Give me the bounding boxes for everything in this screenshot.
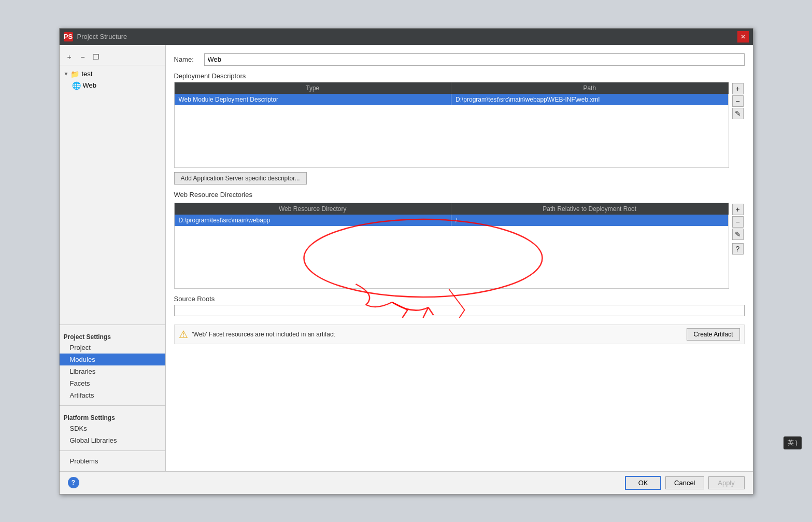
add-descriptor-button[interactable]: Add Application Server specific descript… bbox=[174, 172, 307, 185]
language-badge: 英 ) bbox=[783, 436, 802, 449]
web-resource-remove-btn[interactable]: − bbox=[732, 216, 744, 228]
add-button[interactable]: + bbox=[64, 51, 75, 63]
platform-settings-header: Platform Settings bbox=[60, 410, 165, 422]
sidebar-item-sdks[interactable]: SDKs bbox=[60, 422, 165, 434]
folder-icon: 📁 bbox=[70, 70, 79, 78]
cancel-button[interactable]: Cancel bbox=[665, 476, 704, 489]
sidebar-toolbar: + − ❐ bbox=[60, 49, 165, 65]
deployment-descriptors-title: Deployment Descriptors bbox=[174, 72, 745, 80]
remove-button[interactable]: − bbox=[77, 51, 89, 63]
content-area: Name: Deployment Descriptors Type Path bbox=[166, 45, 753, 471]
close-button[interactable]: ✕ bbox=[737, 31, 749, 43]
sidebar-item-global-libraries[interactable]: Global Libraries bbox=[60, 434, 165, 446]
web-resource-cell-dir: D:\program\test\src\main\webapp bbox=[175, 215, 452, 226]
tree-item-web[interactable]: 🌐 Web bbox=[68, 80, 165, 91]
create-artifact-button[interactable]: Create Artifact bbox=[687, 328, 739, 341]
name-label: Name: bbox=[174, 55, 200, 63]
sidebar-item-project[interactable]: Project bbox=[60, 342, 165, 354]
deployment-cell-type: Web Module Deployment Descriptor bbox=[175, 94, 452, 105]
web-resource-row-0[interactable]: D:\program\test\src\main\webapp / bbox=[175, 215, 729, 226]
web-resource-section: Web Resource Directories Web Resource Di… bbox=[174, 191, 745, 289]
deployment-col-path: Path bbox=[451, 82, 729, 94]
name-input[interactable] bbox=[204, 53, 745, 66]
deployment-edit-btn[interactable]: ✎ bbox=[732, 108, 744, 119]
sidebar: + − ❐ ▼ 📁 test 🌐 Web bbox=[60, 45, 166, 471]
deployment-table-header: Type Path bbox=[175, 82, 729, 94]
web-resource-table: Web Resource Directory Path Relative to … bbox=[174, 203, 729, 289]
chevron-down-icon: ▼ bbox=[64, 71, 69, 77]
divider-2 bbox=[60, 405, 165, 406]
web-resource-table-buttons: + − ✎ ? bbox=[731, 203, 745, 289]
sidebar-item-libraries[interactable]: Libraries bbox=[60, 365, 165, 377]
warning-icon: ⚠ bbox=[179, 328, 188, 341]
web-resource-col-dir: Web Resource Directory bbox=[175, 203, 452, 215]
tree-root-test[interactable]: ▼ 📁 test bbox=[60, 68, 165, 80]
copy-button[interactable]: ❐ bbox=[91, 51, 102, 63]
name-field-row: Name: bbox=[174, 53, 745, 66]
apply-button[interactable]: Apply bbox=[708, 476, 745, 489]
divider-1 bbox=[60, 325, 165, 325]
deployment-table-with-buttons: Type Path Web Module Deployment Descript… bbox=[174, 82, 745, 168]
titlebar: PS Project Structure ✕ bbox=[60, 29, 753, 45]
tree-children: 🌐 Web bbox=[68, 80, 165, 91]
project-settings-header: Project Settings bbox=[60, 329, 165, 342]
web-resource-empty-area bbox=[175, 226, 729, 288]
tree-root-label: test bbox=[81, 70, 92, 78]
web-resource-table-with-buttons: Web Resource Directory Path Relative to … bbox=[174, 203, 745, 289]
sidebar-item-modules[interactable]: Modules bbox=[60, 354, 165, 365]
module-tree: ▼ 📁 test 🌐 Web bbox=[60, 67, 165, 320]
warning-bar: ⚠ 'Web' Facet resources are not included… bbox=[174, 325, 745, 344]
deployment-empty-area bbox=[175, 105, 729, 167]
deployment-descriptors-section: Deployment Descriptors Type Path Web Mod… bbox=[174, 72, 745, 185]
web-resource-help-btn[interactable]: ? bbox=[732, 243, 744, 255]
web-resource-table-header: Web Resource Directory Path Relative to … bbox=[175, 203, 729, 215]
ok-button[interactable]: OK bbox=[625, 476, 661, 490]
deployment-table: Type Path Web Module Deployment Descript… bbox=[174, 82, 729, 168]
deployment-col-type: Type bbox=[175, 82, 452, 94]
divider-3 bbox=[60, 450, 165, 451]
source-roots-input[interactable] bbox=[174, 305, 745, 316]
web-resource-cell-path: / bbox=[451, 215, 729, 226]
source-roots-section: Source Roots bbox=[174, 295, 745, 316]
help-button[interactable]: ? bbox=[68, 477, 79, 488]
web-resource-add-btn[interactable]: + bbox=[732, 204, 744, 215]
app-icon: PS bbox=[64, 32, 73, 41]
web-resource-edit-btn[interactable]: ✎ bbox=[732, 229, 744, 240]
deployment-table-buttons: + − ✎ bbox=[731, 82, 745, 168]
tree-item-web-label: Web bbox=[83, 81, 97, 89]
deployment-row-0[interactable]: Web Module Deployment Descriptor D:\prog… bbox=[175, 94, 729, 105]
deployment-cell-path: D:\program\test\src\main\webapp\WEB-INF\… bbox=[451, 94, 729, 105]
warning-text: 'Web' Facet resources are not included i… bbox=[192, 331, 683, 338]
main-area: + − ❐ ▼ 📁 test 🌐 Web bbox=[60, 45, 753, 471]
sidebar-item-artifacts[interactable]: Artifacts bbox=[60, 389, 165, 401]
add-descriptor-btn-container: Add Application Server specific descript… bbox=[174, 172, 745, 185]
content-wrapper: Name: Deployment Descriptors Type Path bbox=[166, 45, 753, 471]
footer: ? OK Cancel Apply bbox=[60, 471, 753, 494]
deployment-add-btn[interactable]: + bbox=[732, 83, 744, 94]
window-title: Project Structure bbox=[77, 33, 737, 40]
sidebar-item-problems[interactable]: Problems bbox=[60, 455, 165, 467]
web-icon: 🌐 bbox=[72, 81, 81, 90]
sidebar-item-facets[interactable]: Facets bbox=[60, 377, 165, 389]
web-resource-col-path: Path Relative to Deployment Root bbox=[451, 203, 729, 215]
deployment-remove-btn[interactable]: − bbox=[732, 95, 744, 107]
project-structure-window: PS Project Structure ✕ + − ❐ ▼ 📁 test bbox=[59, 28, 753, 495]
web-resource-title: Web Resource Directories bbox=[174, 191, 745, 199]
source-roots-title: Source Roots bbox=[174, 295, 745, 303]
